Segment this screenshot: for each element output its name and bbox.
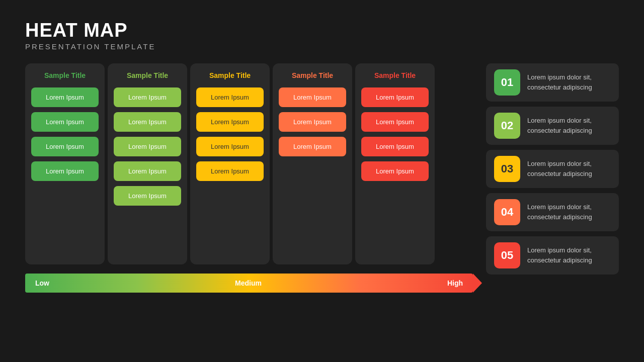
col4-title: Sample Title — [279, 71, 346, 79]
main-layout: Sample Title Lorem Ipsum Lorem Ipsum Lor… — [25, 63, 619, 293]
list-item: Lorem Ipsum — [196, 112, 264, 132]
num-badge-5: 05 — [494, 242, 520, 268]
column-4: Sample Title Lorem Ipsum Lorem Ipsum Lor… — [273, 63, 352, 264]
list-item: Lorem Ipsum — [361, 161, 429, 181]
list-item: Lorem Ipsum — [114, 161, 181, 181]
columns-container: Sample Title Lorem Ipsum Lorem Ipsum Lor… — [25, 63, 473, 264]
numbered-item-5: 05 Lorem ipsum dolor sit, consectetur ad… — [486, 236, 619, 275]
list-item: Lorem Ipsum — [114, 186, 181, 206]
column-5: Sample Title Lorem Ipsum Lorem Ipsum Lor… — [355, 63, 435, 264]
column-3: Sample Title Lorem Ipsum Lorem Ipsum Lor… — [190, 63, 270, 264]
list-item: Lorem Ipsum — [114, 87, 181, 107]
list-item: Lorem Ipsum — [114, 112, 181, 132]
legend-medium: Medium — [235, 279, 262, 287]
list-item: Lorem Ipsum — [196, 137, 264, 156]
num-text-1: Lorem ipsum dolor sit, consectetur adipi… — [527, 72, 611, 92]
num-badge-4: 04 — [494, 199, 520, 225]
legend-bar: Low Medium High — [25, 274, 473, 293]
num-text-4: Lorem ipsum dolor sit, consectetur adipi… — [527, 202, 611, 222]
col3-title: Sample Title — [196, 71, 264, 79]
list-item: Lorem Ipsum — [196, 87, 264, 107]
list-item: Lorem Ipsum — [31, 137, 99, 156]
list-item: Lorem Ipsum — [361, 87, 429, 107]
numbered-item-2: 02 Lorem ipsum dolor sit, consectetur ad… — [486, 107, 619, 145]
num-text-3: Lorem ipsum dolor sit, consectetur adipi… — [527, 159, 611, 178]
num-badge-2: 02 — [494, 113, 520, 139]
page: HEAT MAP PRESENTATION TEMPLATE Sample Ti… — [0, 0, 644, 362]
col2-title: Sample Title — [114, 71, 181, 79]
num-badge-3: 03 — [494, 156, 520, 182]
column-1: Sample Title Lorem Ipsum Lorem Ipsum Lor… — [25, 63, 105, 264]
legend-low: Low — [35, 279, 49, 287]
legend-high: High — [447, 279, 463, 287]
page-title: HEAT MAP — [25, 20, 619, 41]
list-item: Lorem Ipsum — [361, 112, 429, 132]
list-item: Lorem Ipsum — [279, 87, 346, 107]
num-text-2: Lorem ipsum dolor sit, consectetur adipi… — [527, 116, 611, 135]
page-subtitle: PRESENTATION TEMPLATE — [25, 42, 619, 51]
list-item: Lorem Ipsum — [279, 112, 346, 132]
numbered-item-4: 04 Lorem ipsum dolor sit, consectetur ad… — [486, 193, 619, 231]
col5-title: Sample Title — [361, 71, 429, 79]
list-item: Lorem Ipsum — [279, 137, 346, 156]
list-item: Lorem Ipsum — [361, 137, 429, 156]
list-item: Lorem Ipsum — [31, 112, 99, 132]
column-2: Sample Title Lorem Ipsum Lorem Ipsum Lor… — [108, 63, 187, 264]
legend-area: Low Medium High — [25, 274, 473, 293]
num-text-5: Lorem ipsum dolor sit, consectetur adipi… — [527, 245, 611, 265]
columns-area: Sample Title Lorem Ipsum Lorem Ipsum Lor… — [25, 63, 473, 293]
list-item: Lorem Ipsum — [114, 137, 181, 156]
list-item: Lorem Ipsum — [31, 161, 99, 181]
list-item: Lorem Ipsum — [31, 87, 99, 107]
col1-title: Sample Title — [31, 71, 99, 79]
list-item: Lorem Ipsum — [196, 161, 264, 181]
numbered-list: 01 Lorem ipsum dolor sit, consectetur ad… — [486, 63, 619, 275]
numbered-item-1: 01 Lorem ipsum dolor sit, consectetur ad… — [486, 63, 619, 102]
numbered-item-3: 03 Lorem ipsum dolor sit, consectetur ad… — [486, 150, 619, 188]
num-badge-1: 01 — [494, 69, 520, 96]
header: HEAT MAP PRESENTATION TEMPLATE — [25, 20, 619, 51]
